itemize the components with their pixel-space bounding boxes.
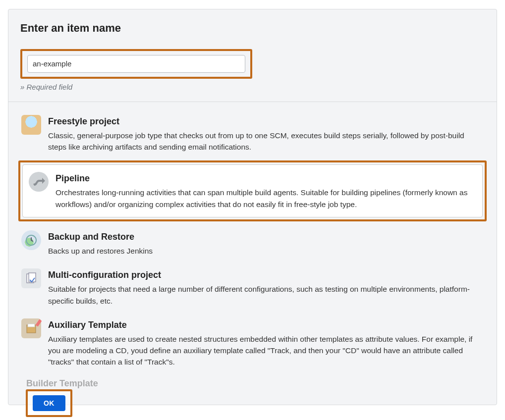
type-text: Pipeline Orchestrates long-running activ… bbox=[56, 172, 476, 210]
type-title: Backup and Restore bbox=[48, 230, 484, 243]
type-title: Freestyle project bbox=[48, 115, 484, 128]
type-option-pipeline[interactable]: Pipeline Orchestrates long-running activ… bbox=[22, 164, 483, 217]
backup-icon bbox=[21, 230, 41, 250]
type-description: Suitable for projects that need a large … bbox=[48, 283, 484, 307]
item-types-list: Freestyle project Classic, general-purpo… bbox=[8, 102, 497, 405]
type-title: Builder Template bbox=[26, 378, 98, 388]
ok-button-highlight: OK bbox=[26, 389, 72, 414]
type-option-backup[interactable]: Backup and Restore Backs up and restores… bbox=[18, 224, 487, 262]
panel-header: Enter an item name » Required field bbox=[8, 9, 497, 102]
type-description: Auxiliary templates are used to create n… bbox=[48, 333, 484, 368]
type-text: Auxiliary Template Auxiliary templates a… bbox=[48, 318, 484, 368]
svg-rect-4 bbox=[28, 324, 35, 327]
type-option-multiconfig[interactable]: Multi-configuration project Suitable for… bbox=[18, 262, 487, 313]
type-text: Backup and Restore Backs up and restores… bbox=[48, 230, 484, 257]
item-name-input[interactable] bbox=[27, 55, 245, 73]
type-option-pipeline-highlight: Pipeline Orchestrates long-running activ… bbox=[18, 160, 487, 221]
box-icon bbox=[21, 115, 41, 135]
name-input-highlight bbox=[20, 49, 252, 79]
ok-button[interactable]: OK bbox=[33, 395, 65, 411]
type-option-builder[interactable]: Builder Template bbox=[18, 377, 487, 390]
page-title: Enter an item name bbox=[20, 20, 485, 36]
pipeline-icon bbox=[29, 172, 49, 192]
type-title: Pipeline bbox=[56, 172, 476, 185]
type-description: Orchestrates long-running activities tha… bbox=[56, 187, 476, 210]
type-option-freestyle[interactable]: Freestyle project Classic, general-purpo… bbox=[18, 109, 487, 159]
type-description: Backs up and restores Jenkins bbox=[48, 245, 484, 257]
required-field-note: » Required field bbox=[20, 82, 485, 93]
type-title: Multi-configuration project bbox=[48, 268, 484, 281]
new-item-panel: Enter an item name » Required field Free… bbox=[8, 9, 497, 405]
type-text: Multi-configuration project Suitable for… bbox=[48, 268, 484, 307]
template-icon bbox=[21, 318, 41, 338]
type-title: Auxiliary Template bbox=[48, 318, 484, 331]
type-option-auxtemplate[interactable]: Auxiliary Template Auxiliary templates a… bbox=[18, 313, 487, 374]
type-description: Classic, general-purpose job type that c… bbox=[48, 130, 484, 153]
documents-icon bbox=[21, 268, 41, 288]
type-text: Freestyle project Classic, general-purpo… bbox=[48, 115, 484, 153]
